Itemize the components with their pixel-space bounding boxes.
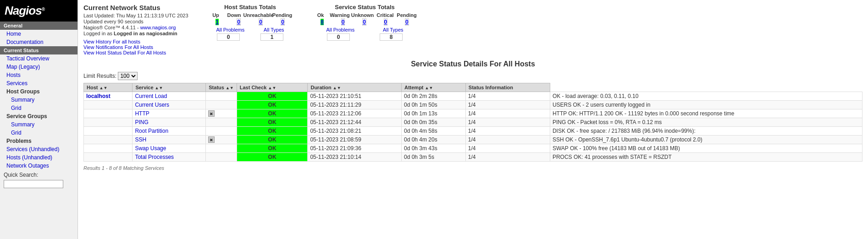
warning-count-link[interactable]: 0 xyxy=(341,19,345,25)
service-link[interactable]: Current Users xyxy=(135,102,169,108)
sidebar-item-tactical-overview[interactable]: Tactical Overview xyxy=(0,54,77,63)
service-link[interactable]: Current Load xyxy=(135,93,167,99)
svc-pending-label: Pending xyxy=(397,12,417,18)
host-all-types-link[interactable]: All Types xyxy=(264,27,284,33)
icon-cell-empty xyxy=(206,101,237,109)
service-status-labels: Ok Warning Unknown Critical Pending xyxy=(312,12,418,18)
service-link[interactable]: Root Partition xyxy=(135,128,168,134)
host-problems-count-0: 0 xyxy=(217,33,240,41)
table-row: SSH ✖ OK 05-11-2023 21:08:59 0d 0h 4m 20… xyxy=(84,136,862,144)
sidebar-item-services-unhandled[interactable]: Services (Unhandled) xyxy=(0,145,77,153)
limit-results-select[interactable]: 25 50 100 200 All xyxy=(118,72,138,80)
view-notifications-link[interactable]: View Notifications For All Hosts xyxy=(83,44,188,50)
service-cell: PING xyxy=(133,118,206,127)
service-link[interactable]: Swap Usage xyxy=(135,145,166,152)
table-row: Total Processes OK 05-11-2023 21:10:14 0… xyxy=(84,153,862,162)
table-row: PING OK 05-11-2023 21:12:44 0d 0h 0m 35s… xyxy=(84,118,862,127)
notification-disabled-icon: ✖ xyxy=(208,136,215,143)
up-label: Up xyxy=(207,12,225,18)
up-count: 1 xyxy=(216,19,219,25)
warning-count: 0 xyxy=(341,18,345,26)
service-cell: Current Users xyxy=(133,101,206,109)
unreachable-count-link[interactable]: 0 xyxy=(259,19,263,25)
svc-problems-count-1: 8 xyxy=(380,33,403,41)
attempt-cell: 1/4 xyxy=(465,153,550,162)
host-all-problems-row: All Problems All Types xyxy=(207,27,294,33)
sidebar-item-host-groups-summary[interactable]: Summary xyxy=(0,96,77,104)
table-row: Swap Usage OK 05-11-2023 21:09:36 0d 0h … xyxy=(84,144,862,153)
sidebar-item-hosts-unhandled[interactable]: Hosts (Unhandled) xyxy=(0,153,77,162)
host-status-labels: Up Down Unreachable Pending xyxy=(207,12,294,18)
icon-cell-empty xyxy=(206,92,237,101)
duration-cell: 0d 0h 4m 58s xyxy=(401,127,465,136)
last-check-cell: 05-11-2023 21:09:36 xyxy=(308,144,402,153)
unknown-count-link[interactable]: 0 xyxy=(362,19,366,25)
last-check-cell: 05-11-2023 21:12:06 xyxy=(308,109,402,118)
svc-pending-count-link[interactable]: 0 xyxy=(405,19,409,25)
critical-count-link[interactable]: 0 xyxy=(384,19,388,25)
results-info: Results 1 - 8 of 8 Matching Services xyxy=(83,165,862,171)
logo-text: Nagios® xyxy=(5,5,44,17)
table-row: localhost Current Load OK 05-11-2023 21:… xyxy=(84,92,862,101)
host-status-totals-title: Host Status Totals xyxy=(207,4,294,11)
pending-count-link[interactable]: 0 xyxy=(281,19,285,25)
sidebar-item-service-groups-grid[interactable]: Grid xyxy=(0,129,77,137)
last-updated: Last Updated: Thu May 11 21:13:19 UTC 20… xyxy=(83,13,188,18)
sidebar-item-documentation[interactable]: Documentation xyxy=(0,38,77,46)
table-header-row: Host ▲▼ Service ▲▼ Status ▲▼ Last Check … xyxy=(84,83,862,92)
unreachable-label: Unreachable xyxy=(243,12,271,18)
attempt-cell: 1/4 xyxy=(465,92,550,101)
svc-problems-count-0: 0 xyxy=(327,33,350,41)
service-link[interactable]: HTTP xyxy=(135,110,149,117)
last-check-cell: 05-11-2023 21:08:21 xyxy=(308,127,402,136)
sidebar-item-home[interactable]: Home xyxy=(0,30,77,38)
last-check-cell: 05-11-2023 21:11:29 xyxy=(308,101,402,109)
page-title: Current Network Status xyxy=(83,4,188,11)
quick-search-input[interactable] xyxy=(4,180,63,188)
up-count-link[interactable]: 1 xyxy=(216,19,219,25)
pending-count: 0 xyxy=(281,18,285,26)
host-all-problems-link[interactable]: All Problems xyxy=(216,27,244,33)
service-cell: Total Processes xyxy=(133,153,206,162)
unreachable-count: 0 xyxy=(259,18,263,26)
icon-cell-empty xyxy=(206,118,237,127)
service-groups-label: Service Groups xyxy=(0,112,77,120)
general-section-header: General xyxy=(0,22,77,30)
down-label: Down xyxy=(225,12,243,18)
svc-pending-count: 0 xyxy=(405,18,409,26)
warning-label: Warning xyxy=(330,12,350,18)
svc-all-types-link[interactable]: All Types xyxy=(383,27,403,33)
service-cell: Swap Usage xyxy=(133,144,206,153)
status-cell: OK xyxy=(237,92,308,101)
sidebar-item-service-groups-summary[interactable]: Summary xyxy=(0,120,77,129)
sidebar-item-host-groups-grid[interactable]: Grid xyxy=(0,104,77,112)
down-count-link[interactable]: 0 xyxy=(237,19,241,25)
limit-results-row: Limit Results: 25 50 100 200 All xyxy=(83,72,862,80)
version-link[interactable]: www.nagios.org xyxy=(140,25,176,30)
service-status-totals-title: Service Status Totals xyxy=(312,4,418,11)
last-check-cell: 05-11-2023 21:12:44 xyxy=(308,118,402,127)
problems-label: Problems xyxy=(0,137,77,145)
host-problems-count-row: 0 1 xyxy=(207,33,294,41)
host-link[interactable]: localhost xyxy=(86,93,111,99)
sidebar-item-services[interactable]: Services xyxy=(0,79,77,87)
attempt-cell: 1/4 xyxy=(465,144,550,153)
svc-problems-count-row: 0 8 xyxy=(312,33,418,41)
attempt-cell: 1/4 xyxy=(465,101,550,109)
service-link[interactable]: PING xyxy=(135,119,148,125)
service-link[interactable]: SSH xyxy=(135,136,146,143)
sidebar-item-hosts[interactable]: Hosts xyxy=(0,71,77,79)
view-history-link[interactable]: View History For all hosts xyxy=(83,39,188,44)
col-attempt: Attempt ▲▼ xyxy=(401,83,465,92)
duration-cell: 0d 0h 3m 43s xyxy=(401,144,465,153)
sidebar-item-network-outages[interactable]: Network Outages xyxy=(0,162,77,170)
unknown-count: 0 xyxy=(362,18,366,26)
duration-cell: 0d 0h 1m 50s xyxy=(401,101,465,109)
col-host: Host ▲▼ xyxy=(84,83,133,92)
sidebar-item-map[interactable]: Map (Legacy) xyxy=(0,63,77,71)
svc-all-problems-link[interactable]: All Problems xyxy=(326,27,354,33)
view-host-status-link[interactable]: View Host Status Detail For All Hosts xyxy=(83,50,188,55)
service-link[interactable]: Total Processes xyxy=(135,154,174,160)
ok-count-link[interactable]: 8 xyxy=(321,19,324,25)
info-cell: DISK OK - free space: / 217883 MiB (96.9… xyxy=(550,127,862,136)
